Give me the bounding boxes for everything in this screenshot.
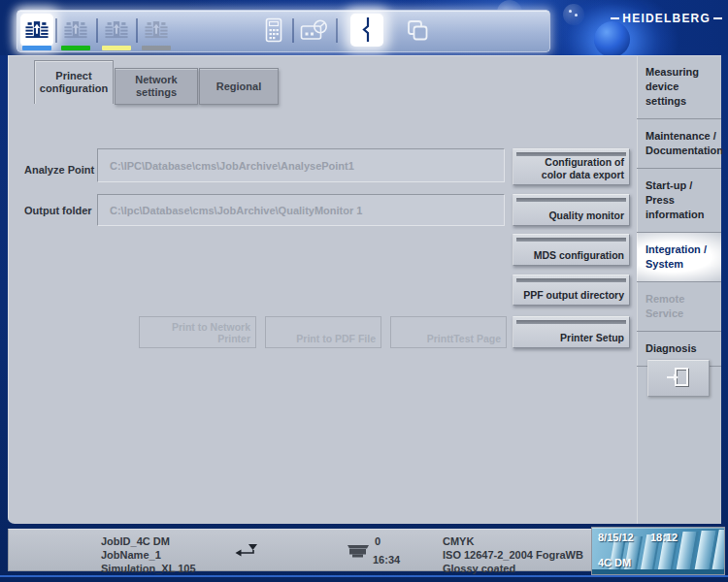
logo-text: HEIDELBERG <box>622 12 711 26</box>
press-unit-4-button[interactable] <box>140 14 173 47</box>
press-unit-4-underline <box>142 46 171 50</box>
decor-dot <box>575 14 578 16</box>
measuring-device-button[interactable] <box>298 14 331 47</box>
output-folder-label: Output folder <box>24 205 92 216</box>
sidebar-item-integration-system[interactable]: Integration / System <box>637 233 721 282</box>
job-info-block: JobID_4C DM JobName_1 Simulation_XL 105 <box>101 534 196 575</box>
press-unit-icon <box>63 20 88 41</box>
job-id: JobID_4C DM <box>101 534 196 548</box>
main-panel: Prinect configuration Network settings R… <box>8 55 638 524</box>
sidebar-item-measuring-device-settings[interactable]: Measuring device settings <box>637 55 721 119</box>
printer-setup-button[interactable]: Printer Setup <box>513 316 630 348</box>
quality-monitor-button[interactable]: Quality monitor <box>513 194 630 226</box>
toolbar-divider <box>136 18 138 43</box>
press-floor <box>592 569 724 574</box>
toolbar-divider <box>292 18 294 43</box>
paper-type: Glossy coated <box>443 562 583 575</box>
color-space: CMYK <box>443 534 583 548</box>
mds-configuration-button[interactable]: MDS configuration <box>513 234 630 266</box>
tab-prinect-configuration[interactable]: Prinect configuration <box>34 60 114 104</box>
tab-label: Regional <box>216 81 261 93</box>
preview-job: 4C DM <box>598 557 631 568</box>
sidebar-item-remote-service: Remote Service <box>637 282 721 332</box>
press-unit-2-underline <box>61 46 90 50</box>
preview-date: 8/15/12 <box>598 532 634 543</box>
toolbar-divider <box>96 18 98 43</box>
measuring-device-icon <box>300 18 329 42</box>
sidebar-item-maintenance-documentation[interactable]: Maintenance / Documentation <box>637 119 721 169</box>
calculator-button[interactable] <box>257 14 290 47</box>
color-standard: ISO 12647-2_2004 FograWB <box>443 548 583 562</box>
decor-dot <box>569 10 572 13</box>
tab-regional[interactable]: Regional <box>199 68 279 105</box>
press-unit-3-button[interactable] <box>100 14 133 47</box>
logo-right-bar <box>713 17 722 19</box>
status-bar: JobID_4C DM JobName_1 Simulation_XL 105 … <box>8 529 721 571</box>
press-unit-1-button[interactable] <box>20 14 53 47</box>
analyze-point-value: C:\IPC\Database\cms\JobArchive\AnalysePo… <box>110 160 354 172</box>
counter-time: 16:34 <box>373 553 400 566</box>
job-simulation: Simulation_XL 105 <box>101 562 196 575</box>
print-test-page-button: PrinttTest Page <box>390 316 507 348</box>
press-unit-icon <box>24 20 50 41</box>
press-unit-icon <box>104 20 129 41</box>
paper-run-button[interactable] <box>350 14 383 47</box>
sheet-stack-icon <box>405 17 430 43</box>
bottom-accent-line <box>0 575 728 577</box>
analyze-point-field[interactable]: C:\IPC\Database\cms\JobArchive\AnalysePo… <box>97 148 505 182</box>
logo-left-bar <box>611 17 619 19</box>
press-unit-2-button[interactable] <box>59 14 92 47</box>
press-preview-image[interactable]: 8/15/12 18:12 4C DM <box>591 527 725 575</box>
top-banner: HEIDELBERG <box>0 0 728 55</box>
tab-label: Prinect configuration <box>35 70 113 95</box>
exit-door-icon <box>665 367 692 390</box>
press-counter-icon <box>346 541 371 565</box>
glow-sphere <box>594 21 630 57</box>
print-pdf-file-button: Print to PDF File <box>265 316 381 348</box>
sidebar: Measuring device settings Maintenance / … <box>637 55 721 524</box>
toolbar-divider <box>55 18 57 43</box>
decor-bubble <box>563 4 584 25</box>
tab-network-settings[interactable]: Network settings <box>115 68 198 105</box>
output-folder-value: C:\Ipc\Database\cms\JobArchive\QualityMo… <box>110 205 362 216</box>
toolbar-divider <box>336 18 338 43</box>
output-folder-field[interactable]: C:\Ipc\Database\cms\JobArchive\QualityMo… <box>97 194 505 226</box>
calculator-icon <box>265 17 282 43</box>
heidelberg-logo: HEIDELBERG <box>611 12 722 25</box>
sheet-count: 0 <box>375 534 381 548</box>
ppf-output-directory-button[interactable]: PPF output directory <box>513 275 630 306</box>
sheet-travel-icon <box>234 542 259 563</box>
analyze-point-label: Analyze Point <box>24 164 94 176</box>
job-name: JobName_1 <box>101 548 196 562</box>
tab-label: Network settings <box>116 74 197 99</box>
paper-run-icon <box>360 16 374 44</box>
exit-button[interactable] <box>647 360 710 397</box>
sidebar-item-startup-press-information[interactable]: Start-up / Press information <box>637 169 721 233</box>
preview-time: 18:12 <box>650 532 678 543</box>
color-data-export-button[interactable]: Configuration of color data export <box>513 148 630 185</box>
toolbar <box>17 10 550 52</box>
application-window: HEIDELBERG <box>0 0 728 582</box>
press-unit-1-underline <box>22 46 51 50</box>
sheet-stack-button[interactable] <box>401 14 434 47</box>
press-unit-3-underline <box>102 46 131 50</box>
print-network-printer-button: Print to Network Printer <box>139 316 256 348</box>
press-unit-icon <box>144 20 169 41</box>
color-info-block: CMYK ISO 12647-2_2004 FograWB Glossy coa… <box>443 534 583 575</box>
